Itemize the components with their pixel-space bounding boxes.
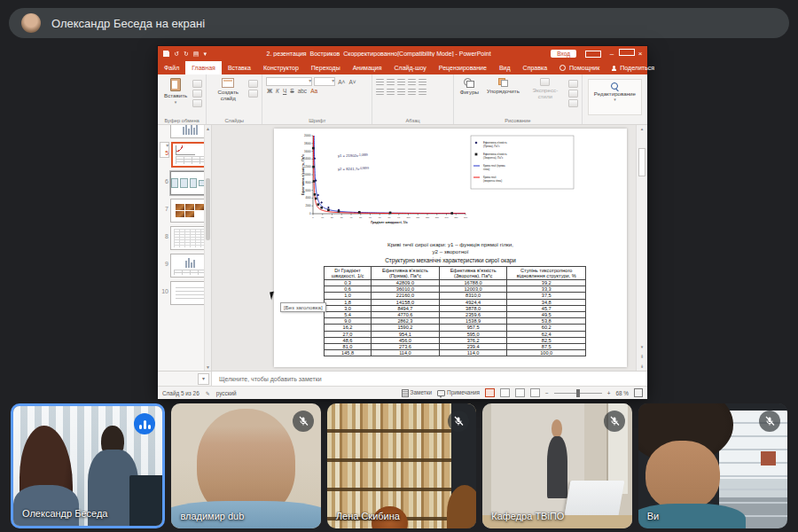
font-style-button-4[interactable]: abc <box>297 88 308 94</box>
table-cell: 0,3 <box>325 280 372 286</box>
notes-collapse-icon[interactable]: ▾ <box>198 373 209 385</box>
editing-button[interactable]: Редактирование ▾ <box>588 79 642 115</box>
save-icon[interactable] <box>163 51 169 57</box>
participant-tile-Ви[interactable]: Ви <box>638 403 787 528</box>
scroll-up-icon[interactable]: ▴ <box>637 125 647 133</box>
line-spacing-icon[interactable] <box>408 79 416 85</box>
zoom-in-button[interactable]: + <box>607 390 611 396</box>
tab-Конструктор[interactable]: Конструктор <box>257 61 305 74</box>
font-name-select[interactable] <box>266 77 312 86</box>
shape-outline-icon[interactable] <box>568 90 578 98</box>
redo-icon[interactable]: ↻ <box>184 51 189 58</box>
copy-icon[interactable] <box>192 90 202 98</box>
columns-icon[interactable] <box>419 89 426 95</box>
font-style-button-2[interactable]: Ч <box>282 88 287 94</box>
paste-icon <box>170 78 181 91</box>
spellcheck-icon[interactable]: ✎ <box>206 390 210 396</box>
tab-Справка[interactable]: Справка <box>517 61 553 74</box>
zoom-out-button[interactable]: − <box>545 390 549 396</box>
justify-icon[interactable] <box>408 89 416 95</box>
align-center-icon[interactable] <box>387 89 395 95</box>
normal-view-button[interactable] <box>485 388 495 397</box>
tab-Файл[interactable]: Файл <box>158 61 185 74</box>
tab-Вставка[interactable]: Вставка <box>222 61 257 74</box>
helper-button[interactable]: Помощник <box>553 61 606 74</box>
tab-Главная[interactable]: Главная <box>185 61 222 74</box>
bullets-icon[interactable] <box>376 79 384 85</box>
signin-button[interactable]: Вход <box>551 50 576 58</box>
slide-thumbnail-6[interactable]: 6 <box>160 171 209 195</box>
participant-tile-владимир dub[interactable]: владимир dub <box>171 403 320 528</box>
layout-icon[interactable] <box>248 80 258 88</box>
slide-thumbnail-5[interactable]: 5 <box>160 142 209 168</box>
qat-customize-icon[interactable]: ▾ <box>203 51 207 58</box>
zoom-level[interactable]: 68 % <box>615 390 629 396</box>
tab-Рецензирование[interactable]: Рецензирование <box>433 61 493 74</box>
reset-icon[interactable] <box>248 90 258 98</box>
slide-thumbnail-8[interactable]: 8 <box>160 226 209 250</box>
shrink-font-icon[interactable]: A˅ <box>348 79 356 85</box>
quick-styles-button[interactable]: Экспресс-стили <box>525 77 566 115</box>
participant-tile-Олександр Беседа[interactable]: Олександр Беседа <box>11 403 165 528</box>
thumbnail-scrollbar-thumb[interactable] <box>206 178 210 240</box>
language-indicator[interactable]: русский <box>216 390 237 396</box>
thumbnail-scrollbar[interactable]: ▲ ▼ <box>204 125 211 371</box>
arrange-button[interactable]: Упорядочить <box>484 77 522 115</box>
shape-effects-icon[interactable] <box>568 99 578 107</box>
numbering-icon[interactable] <box>387 79 395 85</box>
slide-thumbnail-7[interactable]: 7 <box>160 199 209 223</box>
align-right-icon[interactable] <box>397 89 405 95</box>
font-style-button-1[interactable]: К <box>275 88 280 94</box>
restore-button[interactable] <box>619 46 633 61</box>
cut-icon[interactable] <box>192 80 202 88</box>
paste-button[interactable]: Вставить ▾ <box>161 77 190 115</box>
font-size-select[interactable] <box>314 77 335 86</box>
participant-tile-Лена Скибина[interactable]: Лена Скибина <box>327 403 476 528</box>
slideshow-view-button[interactable] <box>530 388 540 397</box>
tab-Переходы[interactable]: Переходы <box>305 61 347 74</box>
comments-toggle[interactable]: Примечания <box>437 389 480 396</box>
fit-to-window-icon[interactable] <box>634 388 643 397</box>
format-painter-icon[interactable] <box>192 99 202 107</box>
slide-thumbnail-10[interactable]: 10 <box>160 281 209 305</box>
font-style-button-0[interactable]: Ж <box>266 88 273 94</box>
zoom-slider[interactable] <box>554 393 602 394</box>
tab-Вид[interactable]: Вид <box>493 61 517 74</box>
text-direction-icon[interactable] <box>419 79 426 85</box>
thumb-scroll-down-icon[interactable]: ▼ <box>205 364 211 371</box>
grow-font-icon[interactable]: A˄ <box>337 79 346 85</box>
tab-Слайд-шоу[interactable]: Слайд-шоу <box>388 61 433 74</box>
share-button[interactable]: Поделиться <box>606 61 661 74</box>
participant-tile-Кафедра ТВіПО[interactable]: Кафедра ТВіПО <box>482 403 631 528</box>
slideshow-icon[interactable]: ▤ <box>193 51 200 58</box>
next-slide-icon[interactable]: ⇟ <box>637 363 647 371</box>
slide-thumbnail-9[interactable]: 9 <box>160 254 209 278</box>
close-button[interactable]: × <box>633 46 647 61</box>
workspace-scrollbar[interactable]: ▴ ▾ ⇞ ⇟ <box>636 125 647 371</box>
minimize-button[interactable]: – <box>605 46 619 61</box>
font-style-button-5[interactable]: Аа <box>309 88 318 94</box>
ribbon-options-icon[interactable] <box>585 51 601 58</box>
reading-view-button[interactable] <box>515 388 525 397</box>
table-cell: 2862,3 <box>372 318 440 325</box>
new-slide-button[interactable]: Создать слайд <box>210 77 246 115</box>
scroll-down-icon[interactable]: ▾ <box>637 343 647 351</box>
workspace-scrollbar-thumb[interactable] <box>638 148 645 176</box>
slide-thumbnail-4[interactable] <box>160 125 209 138</box>
align-left-icon[interactable] <box>376 89 384 95</box>
shape-fill-icon[interactable] <box>568 80 578 88</box>
notes-placeholder[interactable]: Щелкните, чтобы добавить заметки <box>212 372 647 386</box>
shapes-button[interactable]: Фигуры <box>458 77 481 115</box>
slide-sorter-view-button[interactable] <box>500 388 510 397</box>
indent-icon[interactable] <box>397 79 405 85</box>
notes-toggle[interactable]: Заметки <box>402 389 432 397</box>
previous-slide-icon[interactable]: ⇞ <box>637 353 647 361</box>
zoom-slider-thumb[interactable] <box>576 389 580 397</box>
svg-text:4000: 4000 <box>306 196 311 200</box>
tab-Анимация[interactable]: Анимация <box>347 61 388 74</box>
table-cell: 3,0 <box>325 305 372 311</box>
font-style-button-3[interactable]: S <box>289 88 294 94</box>
thumb-scroll-up-icon[interactable]: ▲ <box>205 125 211 132</box>
undo-icon[interactable]: ↺ <box>174 51 179 58</box>
slide-canvas[interactable]: 0200040006000800010000120001400016000180… <box>274 129 627 367</box>
